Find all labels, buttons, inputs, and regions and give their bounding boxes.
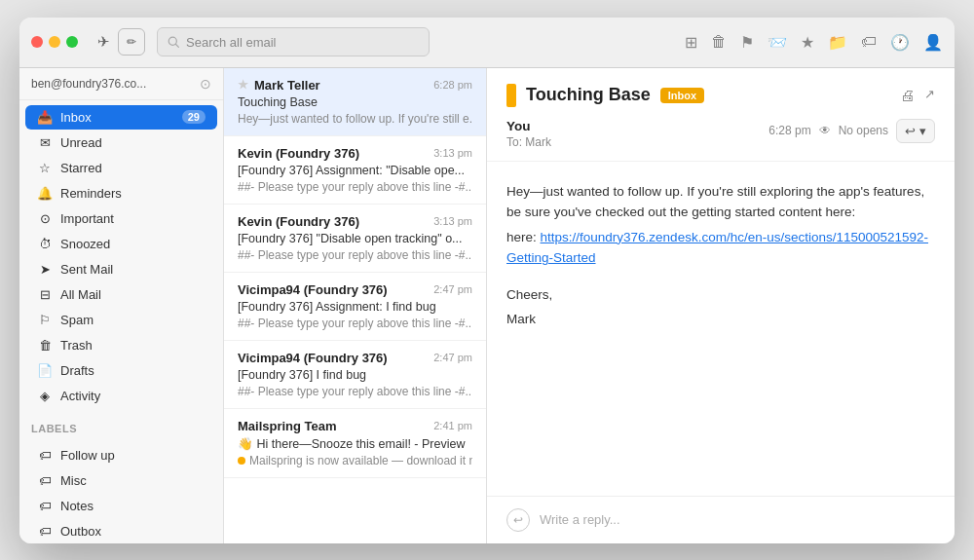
sidebar-item-inbox[interactable]: 📥 Inbox 29 — [25, 105, 217, 130]
reply-placeholder: Write a reply... — [540, 512, 620, 527]
email-body: Hey—just wanted to follow up. If you're … — [487, 162, 955, 496]
search-placeholder: Search all email — [186, 35, 277, 50]
body-link[interactable]: https://foundry376.zendesk.com/hc/en-us/… — [506, 230, 928, 266]
email-meta: You To: Mark 6:28 pm 👁 No opens ↩ ▾ — [506, 119, 935, 149]
email-subject-3: [Foundry 376] "Disable open tracking" o.… — [238, 232, 472, 245]
search-icon — [168, 36, 180, 49]
reply-bar[interactable]: ↩ Write a reply... — [487, 496, 955, 543]
sidebar-item-important[interactable]: ⊙ Important — [25, 206, 217, 231]
sidebar-item-snoozed[interactable]: ⏱ Snoozed — [25, 232, 217, 256]
delete-icon[interactable]: 🗑 — [711, 33, 727, 51]
email-item-2-header: Kevin (Foundry 376) 3:13 pm — [238, 146, 472, 161]
email-preview-3: ##- Please type your reply above this li… — [238, 248, 472, 262]
email-time-1: 6:28 pm — [433, 79, 472, 91]
sidebar-label-misc[interactable]: 🏷 Misc — [25, 468, 217, 493]
sidebar-label-notes[interactable]: 🏷 Notes — [25, 494, 217, 518]
detail-header: Touching Base Inbox 🖨 ↗ You To: Mark 6:2… — [487, 68, 955, 162]
sidebar-nav: 📥 Inbox 29 ✉ Unread ☆ Starred 🔔 Reminder… — [19, 100, 223, 413]
account-row: ben@foundry376.co... ⊙ — [19, 68, 223, 100]
sidebar: ben@foundry376.co... ⊙ 📥 Inbox 29 ✉ Unre… — [19, 68, 224, 543]
sidebar-item-snoozed-label: Snoozed — [60, 237, 110, 251]
outbox-label: Outbox — [60, 524, 101, 539]
clock-icon[interactable]: 🕐 — [890, 33, 910, 52]
sidebar-item-allmail-label: All Mail — [60, 287, 101, 302]
sender-name-6: Mailspring Team — [238, 419, 337, 433]
email-subject-5: [Foundry 376] I find bug — [238, 368, 472, 382]
sidebar-item-spam[interactable]: ⚐ Spam — [25, 308, 217, 332]
chevron-down-icon: ▾ — [919, 124, 926, 138]
email-time-4: 2:47 pm — [433, 283, 472, 295]
sidebar-item-allmail[interactable]: ⊟ All Mail — [25, 282, 217, 307]
to-line: To: Mark — [506, 135, 551, 149]
trash-icon: 🗑 — [37, 338, 53, 353]
account-menu-icon[interactable]: ⊙ — [200, 76, 211, 92]
sidebar-item-drafts[interactable]: 📄 Drafts — [25, 358, 217, 383]
email-meta-left: You To: Mark — [506, 119, 551, 149]
important-icon: ⊙ — [37, 211, 53, 226]
external-link-icon[interactable]: ↗ — [924, 87, 935, 103]
email-subject-4: [Foundry 376] Assignment: I find bug — [238, 300, 472, 314]
detail-toolbar-icons: ⊞ 🗑 ⚑ 📨 ★ 📁 🏷 🕐 👤 — [685, 33, 943, 52]
email-list: ★ Mark Teller 6:28 pm Touching Base Hey—… — [224, 68, 487, 543]
email-item-5-sender: Vicimpa94 (Foundry 376) — [238, 351, 388, 365]
email-item-1[interactable]: ★ Mark Teller 6:28 pm Touching Base Hey—… — [224, 68, 486, 136]
email-item-3-header: Kevin (Foundry 376) 3:13 pm — [238, 214, 472, 229]
sidebar-item-trash[interactable]: 🗑 Trash — [25, 333, 217, 357]
inbox-badge: 29 — [182, 110, 206, 124]
eye-icon: 👁 — [819, 124, 831, 137]
email-item-6-header: Mailspring Team 2:41 pm — [238, 419, 472, 433]
layout-icon[interactable]: ⊞ — [685, 33, 697, 52]
flag-icon[interactable]: ⚑ — [740, 33, 754, 52]
preview-text-6: Mailspring is now available — download i… — [249, 454, 472, 467]
notes-label-icon: 🏷 — [37, 499, 53, 513]
email-item-4-sender: Vicimpa94 (Foundry 376) — [238, 282, 388, 297]
titlebar: ✈ ✏ Search all email ⊞ 🗑 ⚑ 📨 ★ 📁 🏷 🕐 👤 — [19, 18, 955, 68]
email-item-6[interactable]: Mailspring Team 2:41 pm 👋 Hi there—Snooz… — [224, 409, 486, 478]
maximize-button[interactable] — [66, 36, 78, 48]
inbox-tag-badge: Inbox — [660, 88, 704, 103]
compose-button[interactable]: ✏ — [118, 28, 145, 56]
sidebar-item-starred[interactable]: ☆ Starred — [25, 156, 217, 180]
archive-icon[interactable]: 📁 — [828, 33, 847, 52]
sidebar-item-sent[interactable]: ➤ Sent Mail — [25, 257, 217, 281]
email-time-5: 2:47 pm — [433, 352, 472, 363]
close-button[interactable] — [31, 36, 43, 48]
followup-label: Follow up — [60, 448, 115, 463]
email-meta-right: 6:28 pm 👁 No opens ↩ ▾ — [768, 119, 935, 143]
main-content: ben@foundry376.co... ⊙ 📥 Inbox 29 ✉ Unre… — [19, 68, 955, 543]
followup-label-icon: 🏷 — [37, 448, 53, 463]
sidebar-item-reminders[interactable]: 🔔 Reminders — [25, 181, 217, 205]
forward-icon[interactable]: 📨 — [768, 33, 787, 52]
sidebar-item-unread-label: Unread — [60, 135, 102, 150]
sidebar-label-outbox[interactable]: 🏷 Outbox — [25, 519, 217, 543]
labels-nav: 🏷 Follow up 🏷 Misc 🏷 Notes 🏷 Outbox 🏷 — [19, 438, 223, 543]
preview-text-2: ##- Please type your reply above this li… — [238, 180, 472, 194]
reply-button[interactable]: ↩ ▾ — [896, 119, 935, 143]
svg-line-1 — [176, 44, 179, 47]
email-item-5[interactable]: Vicimpa94 (Foundry 376) 2:47 pm [Foundry… — [224, 341, 486, 409]
sidebar-item-activity[interactable]: ◈ Activity — [25, 384, 217, 408]
opens-count: No opens — [839, 124, 888, 137]
email-item-1-sender: ★ Mark Teller — [238, 78, 320, 93]
sidebar-item-sent-label: Sent Mail — [60, 262, 113, 277]
preview-text-3: ##- Please type your reply above this li… — [238, 248, 472, 262]
sidebar-label-followup[interactable]: 🏷 Follow up — [25, 443, 217, 467]
email-item-4-header: Vicimpa94 (Foundry 376) 2:47 pm — [238, 282, 472, 297]
sidebar-item-unread[interactable]: ✉ Unread — [25, 131, 217, 155]
reply-icon: ↩ — [905, 124, 916, 138]
snoozed-icon: ⏱ — [37, 237, 53, 251]
print-icon[interactable]: 🖨 — [900, 87, 915, 103]
email-item-3[interactable]: Kevin (Foundry 376) 3:13 pm [Foundry 376… — [224, 205, 486, 273]
tag-icon[interactable]: 🏷 — [861, 33, 877, 51]
email-item-2[interactable]: Kevin (Foundry 376) 3:13 pm [Foundry 376… — [224, 136, 486, 205]
email-preview-2: ##- Please type your reply above this li… — [238, 180, 472, 194]
email-preview-4: ##- Please type your reply above this li… — [238, 317, 472, 330]
minimize-button[interactable] — [49, 36, 60, 48]
email-item-4[interactable]: Vicimpa94 (Foundry 376) 2:47 pm [Foundry… — [224, 273, 486, 341]
titlebar-icons: ✈ ✏ — [97, 28, 145, 56]
star-icon[interactable]: ★ — [801, 33, 814, 52]
contact-icon[interactable]: 👤 — [923, 33, 943, 52]
email-item-3-sender: Kevin (Foundry 376) — [238, 214, 359, 229]
sender-name-3: Kevin (Foundry 376) — [238, 214, 359, 229]
search-bar[interactable]: Search all email — [157, 27, 430, 56]
